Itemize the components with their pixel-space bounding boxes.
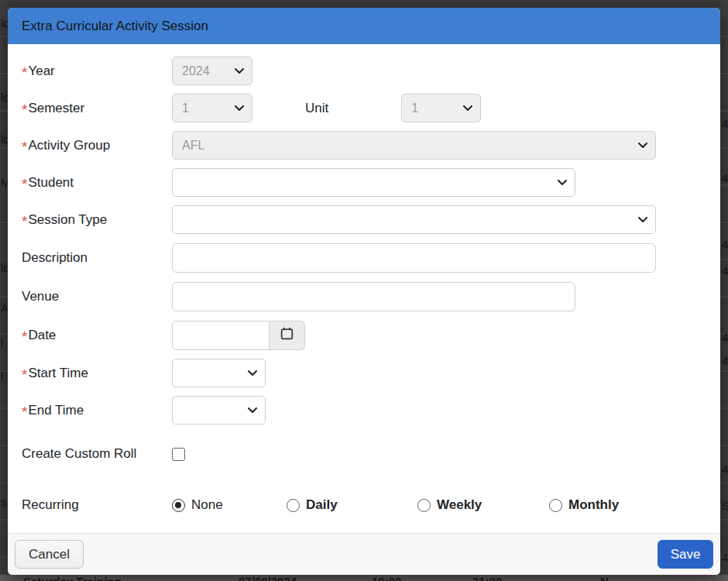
required-asterisk: * [22,180,27,188]
year-row: * Year 2024 [22,57,706,85]
session-type-label: * Session Type [22,212,172,228]
backdrop-top-strip [0,0,728,8]
student-row: * Student [22,168,706,197]
dialog-body: * Year 2024 * Semester 1 Unit 1 [8,44,720,533]
recurring-option-none[interactable]: None [172,497,287,513]
calendar-icon [280,327,294,343]
recurring-radio-group: None Daily Weekly Monthly [172,497,619,513]
backdrop-left-strip: lololoM,loAlls [0,0,8,581]
description-row: Description [22,242,706,273]
venue-row: Venue [22,281,706,311]
date-input[interactable] [172,321,270,350]
required-asterisk: * [22,218,27,225]
venue-input[interactable] [172,282,575,311]
date-input-group [172,321,305,350]
required-asterisk: * [22,143,27,151]
radio-icon [417,499,431,512]
dialog-footer: Cancel Save [8,533,720,575]
cancel-button[interactable]: Cancel [15,540,84,569]
recurring-option-monthly[interactable]: Monthly [549,497,619,513]
venue-label: Venue [22,289,172,304]
required-asterisk: * [22,333,27,341]
extra-curricular-activity-session-dialog: Extra Curricular Activity Session * Year… [8,8,720,575]
chevron-down-icon [248,370,257,376]
end-time-label: * End Time [22,403,172,418]
required-asterisk: * [22,371,27,379]
date-row: * Date [22,320,706,350]
radio-icon [287,499,300,512]
chevron-down-icon [463,105,472,112]
activity-group-select: AFL [172,131,656,160]
start-time-label: * Start Time [22,366,172,381]
dialog-header: Extra Curricular Activity Session [8,8,720,44]
description-label: Description [22,250,172,266]
unit-label: Unit [305,101,328,116]
recurring-option-weekly[interactable]: Weekly [417,497,549,513]
chevron-down-icon [638,143,647,149]
radio-icon [549,499,562,512]
student-select[interactable] [172,168,575,197]
chevron-down-icon [235,68,244,74]
end-time-select[interactable] [172,396,266,425]
session-type-select[interactable] [172,205,656,234]
backdrop-right-strip: 4444444S4 [720,0,728,581]
chevron-down-icon [235,105,244,112]
backdrop-table-row: Saturday Training07/08/202419:0021:00N [0,575,728,581]
year-select: 2024 [172,57,252,85]
session-type-row: * Session Type [22,205,706,234]
recurring-row: Recurring None Daily Weekly Monthly [22,496,706,514]
date-picker-button[interactable] [270,321,305,350]
end-time-row: * End Time [22,396,706,425]
activity-group-label: * Activity Group [22,138,172,153]
required-asterisk: * [22,106,27,114]
chevron-down-icon [558,180,567,186]
semester-row: * Semester 1 Unit 1 [22,94,706,122]
recurring-label: Recurring [22,497,172,513]
semester-select: 1 [172,94,252,122]
radio-icon [172,499,185,512]
description-input[interactable] [172,243,656,273]
student-label: * Student [22,175,172,191]
date-label: * Date [22,328,172,343]
year-label: * Year [22,64,172,79]
start-time-row: * Start Time [22,359,706,387]
activity-group-row: * Activity Group AFL [22,131,706,160]
unit-select: 1 [401,94,481,122]
chevron-down-icon [638,217,647,223]
required-asterisk: * [22,69,27,77]
recurring-option-daily[interactable]: Daily [287,497,417,513]
create-custom-roll-row: Create Custom Roll [22,445,706,463]
save-button[interactable]: Save [658,540,713,569]
create-custom-roll-checkbox[interactable] [172,448,185,461]
create-custom-roll-label: Create Custom Roll [22,446,172,462]
chevron-down-icon [248,407,257,414]
start-time-select[interactable] [172,359,266,387]
dialog-title: Extra Curricular Activity Session [22,19,208,34]
required-asterisk: * [22,408,27,416]
semester-label: * Semester [22,101,172,116]
